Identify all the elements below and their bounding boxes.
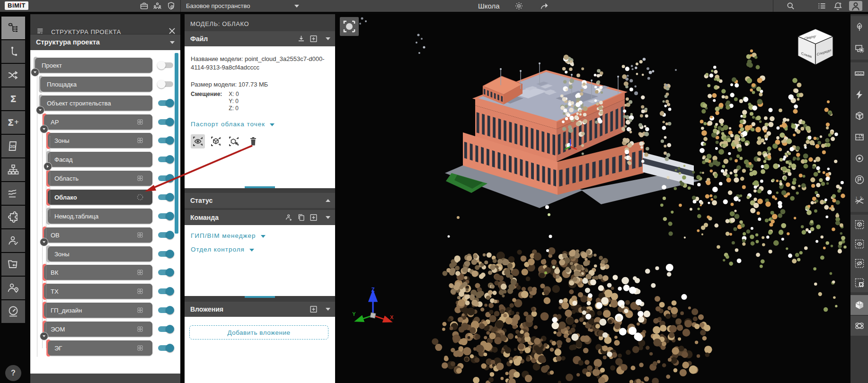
tree-item-зоны[interactable]: Зоны xyxy=(48,133,152,148)
visibility-toggle[interactable] xyxy=(158,307,173,313)
team-role-link[interactable]: ГИП/BIM менеджер xyxy=(191,231,266,240)
tree-item-тх[interactable]: ТХ xyxy=(44,284,152,299)
tree-item-объект-строительства[interactable]: Объект строительства xyxy=(40,96,152,111)
viewport-3d[interactable]: Сверху Слева Спереди Z Y X xyxy=(335,14,850,383)
tool-ruler-button[interactable] xyxy=(850,62,868,84)
expand-collapse-button[interactable] xyxy=(40,238,48,246)
shield-status-icon[interactable] xyxy=(166,1,176,11)
help-button[interactable]: ? xyxy=(5,365,21,381)
rail-puzzle-button[interactable] xyxy=(1,206,25,228)
tool-cube-solid-button[interactable] xyxy=(850,295,868,315)
tool-section-cube-button[interactable] xyxy=(850,105,868,126)
tool-orbit-button[interactable] xyxy=(850,316,868,336)
add-person-icon[interactable] xyxy=(284,213,293,222)
navigation-cube[interactable]: Сверху Слева Спереди xyxy=(795,26,836,67)
add-plus-box-icon[interactable] xyxy=(309,35,318,44)
view-eye-button[interactable] xyxy=(191,134,205,148)
tree-item-гп-дизайн[interactable]: ГП_дизайн xyxy=(44,303,152,318)
tree-item-ар[interactable]: АР xyxy=(44,114,152,130)
visibility-toggle[interactable] xyxy=(158,251,173,257)
expand-collapse-button[interactable] xyxy=(40,125,48,133)
visibility-toggle[interactable] xyxy=(158,175,173,181)
rail-gauge-button[interactable] xyxy=(1,300,25,323)
tool-flag-circle-button[interactable] xyxy=(850,169,868,191)
tool-cube-dashed-button[interactable] xyxy=(850,215,868,234)
tree-item-фасад[interactable]: Фасад xyxy=(48,152,152,167)
visibility-toggle[interactable] xyxy=(158,81,173,87)
briefcase-icon[interactable] xyxy=(139,1,149,11)
tree-item-немод-таблица[interactable]: Немод.таблица xyxy=(48,209,152,224)
add-plus-box-icon[interactable] xyxy=(309,305,318,314)
user-avatar[interactable] xyxy=(849,1,862,11)
link-model-icon[interactable] xyxy=(136,325,144,333)
rail-org-chart-button[interactable] xyxy=(1,158,25,181)
tree-item-площадка[interactable]: Площадка xyxy=(40,77,152,92)
collapse-caret-icon[interactable] xyxy=(326,308,330,311)
tool-layers-select-button[interactable] xyxy=(850,38,868,60)
focus-fit-button[interactable] xyxy=(340,17,359,36)
rail-sigma-plus-button[interactable]: Σ+ xyxy=(1,111,25,134)
link-model-icon[interactable] xyxy=(136,287,144,295)
link-model-icon[interactable] xyxy=(136,269,144,276)
visibility-toggle[interactable] xyxy=(158,194,173,200)
link-model-icon[interactable] xyxy=(136,306,144,314)
link-model-icon[interactable] xyxy=(136,174,144,182)
rail-doc-2d-button[interactable]: 2D xyxy=(1,135,25,157)
expand-collapse-button[interactable] xyxy=(31,68,39,77)
rail-shuffle-button[interactable] xyxy=(1,64,25,87)
workspace-caret-icon[interactable] xyxy=(294,5,299,8)
attachments-section-header[interactable]: Вложения xyxy=(185,302,335,317)
status-section-header[interactable]: Статус xyxy=(185,193,335,208)
collapse-caret-icon[interactable] xyxy=(326,216,330,219)
visibility-toggle[interactable] xyxy=(158,62,173,68)
selection-dotted-icon[interactable] xyxy=(136,193,144,201)
team-role-link[interactable]: Отдел контроля xyxy=(191,245,254,253)
rail-user-location-button[interactable] xyxy=(1,277,25,299)
visibility-toggle[interactable] xyxy=(158,326,173,332)
team-icon[interactable] xyxy=(152,1,162,11)
rail-sigma-button[interactable]: Σ xyxy=(1,87,25,110)
link-model-icon[interactable] xyxy=(136,118,144,126)
rail-project-structure-button[interactable] xyxy=(1,17,25,39)
tool-target-button[interactable] xyxy=(850,148,868,169)
tool-eye-off-dashed-button[interactable] xyxy=(850,253,868,273)
tool-measure-12-button[interactable]: 12 xyxy=(850,191,868,212)
add-attachment-button[interactable]: Добавить вложение xyxy=(189,325,328,339)
workspace-selector[interactable]: Базовое пространство xyxy=(186,0,250,12)
expand-collapse-button[interactable] xyxy=(36,106,44,114)
point-cloud-passport-link[interactable]: Паспорт облака точек xyxy=(191,120,275,128)
tool-lightning-button[interactable] xyxy=(850,84,868,105)
delete-trash-icon[interactable] xyxy=(246,134,260,148)
visibility-toggle[interactable] xyxy=(158,157,173,162)
tree-item-область[interactable]: Область xyxy=(48,171,152,186)
tool-close-dashed-button[interactable] xyxy=(850,273,868,292)
download-icon[interactable] xyxy=(297,35,306,44)
share-icon[interactable] xyxy=(540,1,549,11)
tool-plan-doc-button[interactable] xyxy=(850,126,868,148)
visibility-toggle[interactable] xyxy=(158,345,173,351)
visibility-toggle[interactable] xyxy=(158,288,173,294)
copy-icon[interactable] xyxy=(297,213,306,222)
add-plus-box-icon[interactable] xyxy=(309,213,318,222)
expand-open-button[interactable] xyxy=(44,162,52,171)
visibility-toggle[interactable] xyxy=(158,100,173,106)
expand-collapse-button[interactable] xyxy=(40,332,48,340)
collapse-caret-icon[interactable] xyxy=(326,37,330,40)
list-icon[interactable] xyxy=(817,1,827,11)
visibility-toggle[interactable] xyxy=(158,213,173,219)
zoom-model-button[interactable] xyxy=(209,134,223,148)
tree-item-ов[interactable]: ОВ xyxy=(44,227,152,243)
visibility-toggle[interactable] xyxy=(158,270,173,275)
panel-resize-handle[interactable] xyxy=(245,186,275,188)
tool-tree-circle-button[interactable] xyxy=(850,16,868,38)
visibility-toggle[interactable] xyxy=(158,119,173,125)
tree-item-вк[interactable]: ВК xyxy=(44,265,152,280)
rail-folder-import-button[interactable] xyxy=(1,253,25,276)
expand-caret-icon[interactable] xyxy=(326,199,330,202)
team-section-header[interactable]: Команда xyxy=(185,210,335,225)
tree-scrollbar[interactable] xyxy=(175,53,178,234)
tree-item-эг[interactable]: ЭГ xyxy=(48,340,152,356)
link-model-icon[interactable] xyxy=(136,137,144,144)
rail-branch-button[interactable] xyxy=(1,40,25,63)
project-settings-gear-icon[interactable] xyxy=(514,1,524,11)
